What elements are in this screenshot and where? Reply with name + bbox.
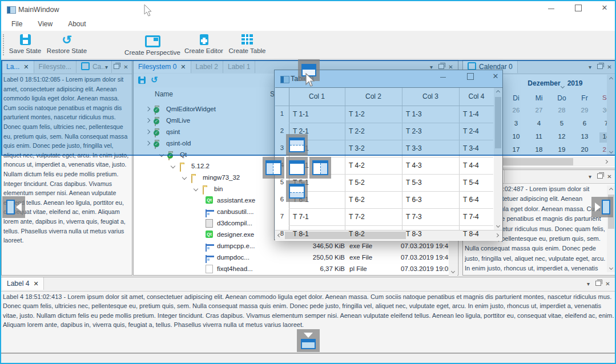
tree-row-dumpdoc[interactable]: dumpdoc...250,50 KiBexe File07.03.2019 1… [134,252,449,263]
calendar-day[interactable]: 20 [581,146,589,153]
save-state-button[interactable]: Save State [5,33,46,58]
area-menu-button[interactable]: ▾ [585,170,595,183]
table-cell[interactable]: T 6-4 [463,196,479,204]
expander-collapsed-icon[interactable] [146,130,150,134]
toolbar-drag-handle[interactable] [3,34,4,55]
table-cell[interactable]: T 2-4 [463,127,479,135]
table-cell[interactable]: T 1-2 [349,110,365,118]
calendar-day[interactable]: 12 [558,133,566,140]
close-button[interactable]: ✕ [488,72,503,83]
tab-la[interactable]: La...✕ [2,60,34,73]
table-cell[interactable]: T 4-2 [349,161,365,169]
table-column-header-col-3[interactable]: Col 3 [402,88,459,106]
calendar-vscrollbar[interactable] [607,75,615,156]
area-close-button[interactable]: ✕ [121,60,131,74]
tree-row-fixqt4head[interactable]: fixqt4head...6,37 KiBpl File07.03.2019 1… [134,263,449,274]
table-vscrollbar[interactable] [494,88,502,230]
calendar-day[interactable]: 28 [558,107,566,114]
create-table-button[interactable]: Create Table [224,33,271,58]
table-cell[interactable]: T 4-3 [406,161,422,169]
table-cell[interactable]: T 7-4 [463,213,479,221]
area-float-button[interactable] [595,60,605,74]
drop-indicator-center[interactable] [286,157,308,179]
drop-indicator-right-edge[interactable] [591,197,613,217]
calendar-year-label[interactable]: 2019 [567,79,583,87]
table-cell[interactable]: T 2-3 [406,127,422,135]
table-cell[interactable]: T 8-3 [406,230,422,238]
table-cell[interactable]: T 1-4 [463,110,479,118]
area-float-button[interactable] [111,60,121,74]
table-column-header-col-1[interactable]: Col 1 [289,88,345,106]
table-cell[interactable]: T 7-1 [293,213,309,221]
table-cell[interactable]: T 1-1 [293,110,309,118]
maximize-button[interactable] [570,3,587,14]
drop-indicator-right[interactable] [309,157,331,179]
table-cell[interactable]: T 3-4 [463,144,479,152]
table-cell[interactable]: T 5-3 [406,179,422,187]
calendar-day[interactable]: 29 [581,107,589,114]
table-cell[interactable]: T 5-2 [349,179,365,187]
drop-indicator-top-edge[interactable] [298,59,320,81]
table-column-header-col-2[interactable]: Col 2 [345,88,402,106]
expander-expanded-icon[interactable] [159,152,164,157]
maximize-button[interactable] [463,72,478,83]
area-close-button[interactable]: ✕ [605,170,614,183]
calendar-day[interactable]: 18 [536,146,543,153]
area-float-button[interactable] [595,170,605,183]
minimize-button[interactable] [542,5,559,15]
expander-collapsed-icon[interactable] [146,107,150,111]
expander-collapsed-icon[interactable] [146,141,150,145]
drop-indicator-top[interactable] [286,134,308,156]
tab-close-icon[interactable]: ✕ [23,63,29,70]
close-button[interactable]: ✕ [596,3,613,14]
table-row-number[interactable]: 2 [275,127,289,134]
table-column-header-col-4[interactable]: Col 4 [459,88,494,106]
table-cell[interactable]: T 8-2 [349,230,365,238]
table-cell[interactable]: T 8-4 [463,230,479,238]
area-menu-button[interactable]: ▾ [585,60,595,74]
calendar-day[interactable]: 19 [558,146,566,153]
floating-table-window[interactable]: Table 0 ✕ Col 1Col 2Col 3Col 41T 1-1T 1-… [274,70,503,240]
expander-collapsed-icon[interactable] [146,118,150,123]
calendar-day[interactable]: 26 [513,107,520,114]
create-editor-button[interactable]: Create Editor [179,33,228,58]
tree-row-dumpcpp-e[interactable]: dumpcpp.e...346,50 KiBexe File07.03.2019… [134,240,449,252]
table-row-number[interactable]: 7 [275,213,289,220]
table-cell[interactable]: T 6-2 [349,196,365,204]
tab-filesyste[interactable]: Filesyste... [34,60,77,73]
title-bar[interactable]: MainWindow ✕ [1,1,615,18]
drop-indicator-left[interactable] [263,157,284,179]
table-cell[interactable]: T 3-2 [349,144,365,152]
area-float-button[interactable] [593,277,603,290]
menu-item-about[interactable]: About [63,18,91,30]
drop-indicator-left-edge[interactable] [2,196,25,218]
area-close-button[interactable]: ✕ [603,277,613,290]
calendar-day[interactable]: 27 [536,107,543,114]
drop-indicator-bottom-edge[interactable] [297,329,320,352]
calendar-day[interactable]: 4 [537,120,541,127]
table-cell[interactable]: T 4-4 [463,161,479,169]
menu-item-view[interactable]: View [33,18,58,30]
calendar-day[interactable]: 3 [514,120,518,127]
calendar-day[interactable]: 11 [536,133,542,140]
tab-close-icon[interactable]: ✕ [33,280,38,287]
create-perspective-button[interactable]: Create Perspective [122,33,183,58]
calendar-day[interactable]: 6 [583,120,586,127]
tab-label-4[interactable]: Label 4✕ [2,277,44,290]
table-cell[interactable]: T 7-3 [406,213,422,221]
table-cell[interactable]: T 1-3 [406,110,422,118]
expander-expanded-icon[interactable] [171,164,175,168]
area-menu-button[interactable]: ▾ [102,60,111,74]
table-cell[interactable]: T 3-3 [406,144,422,152]
table-row-number[interactable]: 1 [275,110,289,117]
calendar-day[interactable]: 13 [581,133,589,140]
menu-item-file[interactable]: File [6,18,27,30]
drop-indicator-bottom[interactable] [286,180,308,202]
calendar-day[interactable]: 17 [513,146,520,153]
table-cell[interactable]: T 6-3 [406,196,422,204]
minimize-button[interactable] [436,73,450,84]
table-cell[interactable]: T 5-4 [463,179,479,187]
area-close-button[interactable]: ✕ [605,60,614,74]
table-row-number[interactable]: 8 [275,230,289,237]
expander-expanded-icon[interactable] [194,187,198,191]
